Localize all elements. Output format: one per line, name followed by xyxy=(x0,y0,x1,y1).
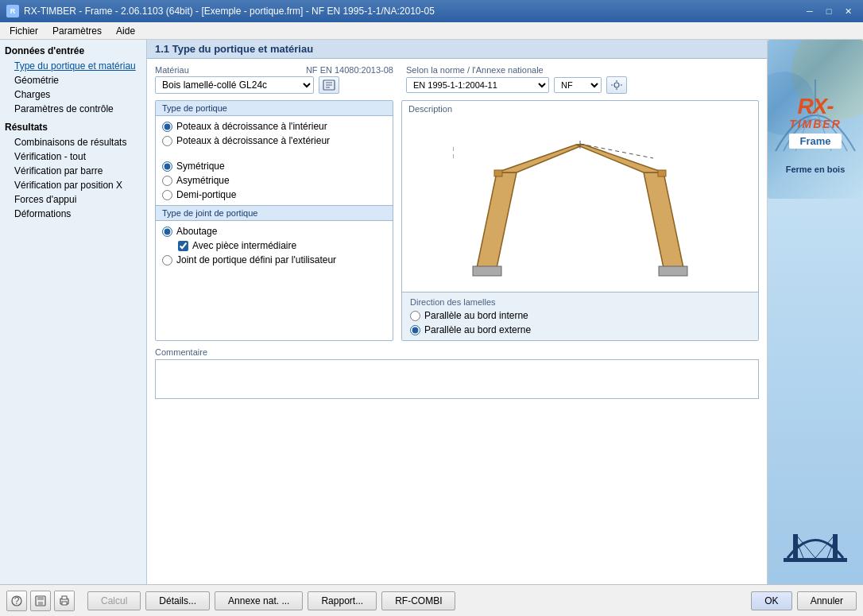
save-button[interactable] xyxy=(30,591,51,611)
title-bar: R RX-TIMBER - Frame - 2.06.1103 (64bit) … xyxy=(0,0,863,22)
frame-preview xyxy=(402,117,758,292)
help-button[interactable]: ? xyxy=(6,591,27,611)
symetrie-option-2-label: Demi-portique xyxy=(176,189,236,200)
left-panel: Type de portique Poteaux à décroissance … xyxy=(155,100,393,341)
portique-radio-group: Poteaux à décroissance à l'intérieur Pot… xyxy=(156,116,393,151)
app-icon: R xyxy=(6,5,19,17)
commentaire-textarea[interactable] xyxy=(155,359,759,399)
material-label: Matériau xyxy=(155,65,211,75)
content-header: 1.1 Type du portique et matériau xyxy=(147,40,767,59)
norme-label: Selon la norme / l'Annexe nationale xyxy=(406,65,627,75)
sidebar-donnees-header: Données d'entrée xyxy=(0,43,146,59)
commentaire-section: Commentaire xyxy=(155,347,759,401)
content-area: 1.1 Type du portique et matériau Matéria… xyxy=(147,40,768,584)
commentaire-label: Commentaire xyxy=(155,347,759,357)
svg-rect-37 xyxy=(62,602,67,605)
bottom-bar: ? Calcul Détails... Annexe nat. ... Rapp… xyxy=(0,584,863,616)
material-select[interactable]: Bois lamellé-collé GL24c xyxy=(155,76,314,94)
calcul-button[interactable]: Calcul xyxy=(87,591,141,610)
right-panel: Description xyxy=(401,100,759,341)
svg-rect-17 xyxy=(659,266,687,276)
print-button[interactable] xyxy=(54,591,75,611)
annexe-nat-button[interactable]: Annexe nat. ... xyxy=(215,591,303,610)
avec-piece-label: Avec pièce intermédiaire xyxy=(192,240,296,251)
symetrie-option-0[interactable]: Symétrique xyxy=(162,161,386,172)
menu-parametres[interactable]: Paramètres xyxy=(46,24,108,38)
svg-rect-23 xyxy=(784,558,847,562)
norme-select[interactable]: EN 1995-1-1:2004-11 xyxy=(406,77,549,93)
joint-option-1-label: Joint de portique défini par l'utilisate… xyxy=(176,254,336,265)
symetrie-option-1[interactable]: Asymétrique xyxy=(162,175,386,186)
dlubal-logo xyxy=(784,518,847,576)
type-portique-section-title: Type de portique xyxy=(156,101,393,116)
description-label: Description xyxy=(402,101,758,117)
rf-combi-button[interactable]: RF-COMBI xyxy=(381,591,455,610)
logo-sidebar: RX- TIMBER Frame Ferme en bois xyxy=(768,40,863,584)
svg-rect-25 xyxy=(833,534,838,558)
svg-point-4 xyxy=(614,83,619,87)
bottom-icons: ? xyxy=(6,591,75,611)
svg-marker-9 xyxy=(477,172,517,268)
sidebar-item-geometrie[interactable]: Géométrie xyxy=(0,73,146,87)
symetrie-option-1-label: Asymétrique xyxy=(176,175,230,186)
material-icon-button[interactable] xyxy=(319,76,339,94)
maximize-button[interactable]: □ xyxy=(820,4,838,18)
menu-bar: Fichier Paramètres Aide xyxy=(0,22,863,40)
ferme-en-bois: Ferme en bois xyxy=(786,165,846,174)
sidebar-item-deformations[interactable]: Déformations xyxy=(0,207,146,221)
lamelle-option-1[interactable]: Parallèle au bord externe xyxy=(410,324,750,335)
symetrie-radio-group: Symétrique Asymétrique Demi-portique xyxy=(156,156,393,205)
svg-marker-11 xyxy=(497,145,584,172)
annexe-select[interactable]: NF xyxy=(554,77,602,93)
sidebar-item-verification-position[interactable]: Vérification par position X xyxy=(0,178,146,192)
menu-aide[interactable]: Aide xyxy=(110,24,141,38)
menu-fichier[interactable]: Fichier xyxy=(3,24,45,38)
svg-rect-34 xyxy=(38,602,43,605)
lamelle-radio-group: Parallèle au bord interne Parallèle au b… xyxy=(410,310,750,335)
details-button[interactable]: Détails... xyxy=(145,591,210,610)
portique-option-1-label: Poteaux à décroissance à l'extérieur xyxy=(176,135,330,146)
norme-settings-button[interactable] xyxy=(606,76,627,94)
lamelle-option-0[interactable]: Parallèle au bord interne xyxy=(410,310,750,321)
joint-option-0[interactable]: Aboutage xyxy=(162,226,386,237)
rapport-button[interactable]: Rapport... xyxy=(308,591,377,610)
portique-option-0[interactable]: Poteaux à décroissance à l'intérieur xyxy=(162,121,386,132)
avec-piece-item[interactable]: Avec pièce intermédiaire xyxy=(162,240,386,251)
sidebar-item-verification-tout[interactable]: Vérification - tout xyxy=(0,149,146,164)
svg-marker-12 xyxy=(576,145,664,172)
ok-button[interactable]: OK xyxy=(751,591,791,610)
portique-option-0-label: Poteaux à décroissance à l'intérieur xyxy=(176,121,327,132)
svg-rect-36 xyxy=(62,596,67,599)
sidebar-item-type-portique[interactable]: Type du portique et matériau xyxy=(0,59,146,73)
joint-radio-group: Aboutage Avec pièce intermédiaire Joint … xyxy=(156,221,393,270)
svg-rect-16 xyxy=(473,266,501,276)
annuler-button[interactable]: Annuler xyxy=(797,591,857,610)
joint-option-1[interactable]: Joint de portique défini par l'utilisate… xyxy=(162,254,386,265)
lamelle-title: Direction des lamelles xyxy=(410,297,750,307)
lamelle-option-1-label: Parallèle au bord externe xyxy=(424,324,531,335)
svg-rect-18 xyxy=(494,170,502,176)
rx-text: RX- xyxy=(789,95,842,118)
svg-rect-33 xyxy=(37,596,44,600)
lamelle-section: Direction des lamelles Parallèle au bord… xyxy=(402,292,758,340)
sidebar-item-parametres-controle[interactable]: Paramètres de contrôle xyxy=(0,102,146,116)
joint-option-0-label: Aboutage xyxy=(176,226,217,237)
minimize-button[interactable]: ─ xyxy=(801,4,818,18)
frame-text: Frame xyxy=(789,134,842,149)
timber-text: TIMBER xyxy=(789,118,842,130)
sidebar-item-combinaisons[interactable]: Combinaisons de résultats xyxy=(0,135,146,149)
symetrie-option-2[interactable]: Demi-portique xyxy=(162,189,386,200)
sidebar-item-verification-barre[interactable]: Vérification par barre xyxy=(0,164,146,178)
sidebar-resultats-header: Résultats xyxy=(0,119,146,135)
svg-text:?: ? xyxy=(14,595,20,606)
sidebar-item-forces-appui[interactable]: Forces d'appui xyxy=(0,192,146,207)
lamelle-option-0-label: Parallèle au bord interne xyxy=(424,310,528,321)
portique-option-1[interactable]: Poteaux à décroissance à l'extérieur xyxy=(162,135,386,146)
symetrie-option-0-label: Symétrique xyxy=(176,161,225,172)
close-button[interactable]: ✕ xyxy=(839,4,857,18)
svg-marker-10 xyxy=(644,172,683,268)
sidebar-item-charges[interactable]: Charges xyxy=(0,87,146,102)
material-norm: NF EN 14080:2013-08 xyxy=(211,65,393,75)
window-title: RX-TIMBER - Frame - 2.06.1103 (64bit) - … xyxy=(24,6,435,17)
type-joint-section-title: Type de joint de portique xyxy=(156,205,393,221)
